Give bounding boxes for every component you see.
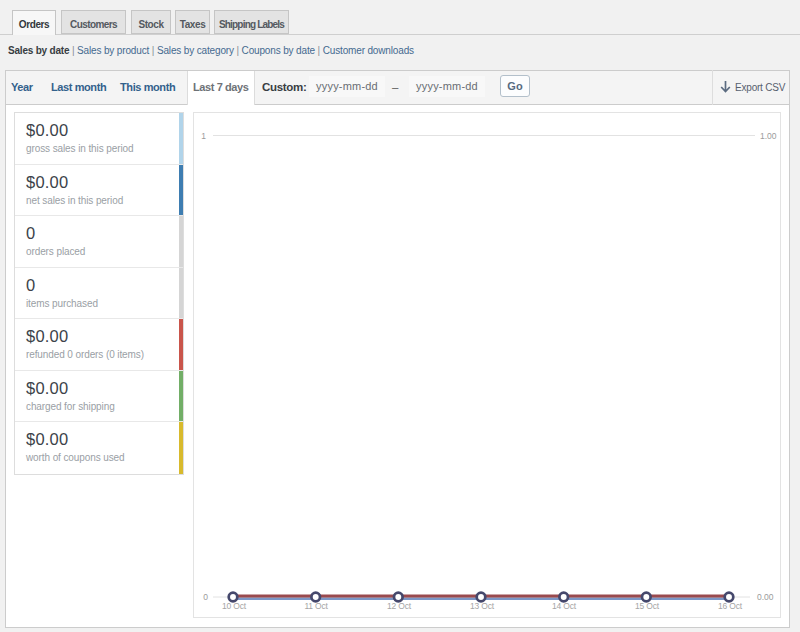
svg-text:13 Oct: 13 Oct [470,601,495,611]
svg-text:14 Oct: 14 Oct [552,601,577,611]
svg-text:0: 0 [203,592,208,602]
svg-text:0.00: 0.00 [757,592,774,602]
svg-text:11 Oct: 11 Oct [304,601,328,611]
svg-text:1: 1 [201,131,206,141]
svg-text:1.00: 1.00 [760,131,777,141]
svg-text:10 Oct: 10 Oct [222,601,247,611]
svg-text:12 Oct: 12 Oct [387,601,412,611]
svg-text:15 Oct: 15 Oct [635,601,660,611]
svg-text:16 Oct: 16 Oct [718,601,743,611]
